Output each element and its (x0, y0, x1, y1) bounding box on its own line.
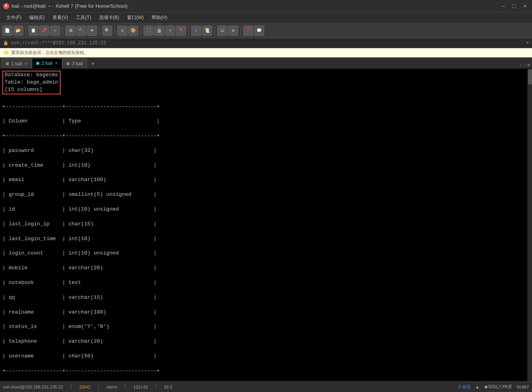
toolbar-back[interactable]: ↩ (50, 26, 60, 36)
toolbar-help[interactable]: ❓ (243, 26, 253, 36)
db-info-line2: Table: bage_admin (5, 79, 58, 86)
status-sessions: 3 会话 (459, 384, 471, 390)
tab-3-dot (66, 62, 70, 65)
table-row-9: | notebook | text | (2, 279, 526, 287)
toolbar-sep3 (99, 26, 100, 35)
toolbar-sep1 (26, 26, 26, 35)
status-sep4: | (154, 383, 158, 390)
status-path: ssh://root@192.168.231.135:22 (3, 385, 63, 389)
toolbar-fullscreen[interactable]: ⛶ (143, 26, 153, 36)
terminal[interactable]: Database: bagecms Table: bage_admin [15 … (0, 69, 532, 381)
table-row-2: | email | varchar(100) | (2, 176, 526, 184)
toolbar-sep2 (63, 26, 63, 35)
status-pos: 33,5 (164, 385, 172, 389)
tab-next-arrow[interactable]: › (523, 62, 526, 68)
toolbar-sftp[interactable]: 🗂 (217, 26, 227, 36)
tab-add-button[interactable]: + (89, 60, 97, 68)
table-row-13: | telephone | varchar(20) | (2, 338, 526, 345)
status-protocol: SSH2 (79, 385, 91, 389)
table-row-6: | last_login_time | int(10) | (2, 235, 526, 243)
app-icon: K (3, 3, 9, 9)
notice-text: 要添加当前会话，点击左侧的箭头按钮。 (11, 50, 88, 56)
toolbar-copy[interactable]: 📋 (28, 26, 38, 36)
scrollbar-thumb[interactable] (528, 69, 532, 85)
toolbar: 📄 📂 📋 📌 ↩ 🖥 🔌 ✖ 🔍 A 🎨 ⛶ 🔒 ⬆ 📍 ⚡ 📜 🗂 ⚙ ❓ … (0, 23, 532, 38)
toolbar-macro[interactable]: ⚡ (191, 26, 201, 36)
minimize-button[interactable]: — (499, 2, 507, 10)
tab-2[interactable]: 2 kali ✕ (32, 58, 62, 68)
menu-view[interactable]: 查看(V) (49, 14, 71, 22)
tab-3-label: 3 kali (72, 61, 83, 66)
terminal-scrollbar[interactable] (527, 69, 532, 381)
toolbar-connect[interactable]: 🔌 (76, 26, 86, 36)
menu-help[interactable]: 帮助(H) (148, 14, 171, 22)
toolbar-new[interactable]: 📄 (2, 26, 12, 36)
db-info-box: Database: bagecms Table: bage_admin [15 … (2, 71, 61, 94)
toolbar-sep6 (188, 26, 189, 35)
menu-tabs[interactable]: 选项卡(B) (96, 14, 122, 22)
table-row-12: | status_is | enum('Y','N') | (2, 323, 526, 331)
toolbar-font[interactable]: A (117, 26, 127, 36)
table-row-0: | password | char(32) | (2, 147, 526, 155)
status-extra: ▲ (475, 385, 480, 389)
toolbar-open[interactable]: 📂 (13, 26, 23, 36)
status-numlock: NUM7 (517, 385, 529, 389)
address-text: ssh://root:****@192.168.231.135:22 (11, 40, 106, 46)
tab-1-close[interactable]: ✕ (24, 61, 28, 66)
lock-icon: 🔒 (3, 40, 9, 45)
tab-3[interactable]: 3 kali (62, 58, 87, 68)
table-row-10: | qq | varchar(15) | (2, 294, 526, 301)
toolbar-options[interactable]: ⚙ (228, 26, 238, 36)
toolbar-sep4 (115, 26, 115, 35)
status-right: 3 会话 ▲ ◉SD比八PA里 NUM7 (459, 384, 529, 390)
tab-1-label: 1 kali (11, 61, 22, 66)
tab-2-close[interactable]: ✕ (55, 61, 58, 65)
toolbar-pin[interactable]: 📍 (176, 26, 186, 36)
table-col-header: | Column | Type | (2, 118, 526, 125)
tab-2-label: 2 kali (42, 61, 52, 66)
toolbar-transfer[interactable]: ⬆ (165, 26, 175, 36)
menu-window[interactable]: 窗口(W) (124, 14, 147, 22)
status-sep3: | (124, 383, 127, 390)
toolbar-session-mgr[interactable]: 🖥 (65, 26, 75, 36)
table-header-top: +------------------+--------------------… (2, 103, 526, 111)
toolbar-paste[interactable]: 📌 (39, 26, 49, 36)
table-row-3: | group_id | smallint(5) unsigned | (2, 191, 526, 199)
tab-bar: 1 kali ✕ 2 kali ✕ 3 kali + ‹ › ▼ (0, 57, 532, 69)
tab-menu-arrow[interactable]: ▼ (527, 62, 530, 68)
toolbar-chat[interactable]: 💬 (254, 26, 264, 36)
db-info-line1: Database: bagecms (5, 71, 58, 79)
tab-nav-arrows: ‹ › ▼ (519, 62, 530, 68)
toolbar-disconnect[interactable]: ✖ (87, 26, 97, 36)
window-title: kali - root@kali: ~ - Xshell 7 (Free for… (12, 3, 127, 9)
tab-prev-arrow[interactable]: ‹ (519, 62, 522, 68)
menu-bar: 文件(F) 编辑(E) 查看(V) 工具(T) 选项卡(B) 窗口(W) 帮助(… (0, 12, 532, 23)
status-extra2: ◉SD比八PA里 (484, 384, 512, 390)
menu-file[interactable]: 文件(F) (3, 14, 24, 22)
sql-table: +------------------+--------------------… (2, 96, 526, 381)
toolbar-search[interactable]: 🔍 (102, 26, 112, 36)
status-bar: ssh://root@192.168.231.135:22 | SSH2 | x… (0, 381, 532, 392)
table-row-5: | last_login_ip | char(15) | (2, 221, 526, 228)
status-sep1: | (69, 383, 73, 390)
table-row-7: | login_count | int(10) unsigned | (2, 250, 526, 257)
title-bar: K kali - root@kali: ~ - Xshell 7 (Free f… (0, 0, 532, 12)
toolbar-script[interactable]: 📜 (202, 26, 212, 36)
menu-edit[interactable]: 编辑(E) (26, 14, 48, 22)
tab-1[interactable]: 1 kali ✕ (2, 58, 32, 68)
toolbar-sep8 (241, 26, 241, 35)
toolbar-sep7 (215, 26, 215, 35)
address-bar: 🔒 ssh://root:****@192.168.231.135:22 ▼ (0, 38, 532, 48)
close-button[interactable]: ✕ (521, 2, 529, 10)
notice-icon: ⭐ (3, 50, 9, 56)
table-row-11: | realname | varchar(100) | (2, 309, 526, 316)
maximize-button[interactable]: □ (510, 2, 518, 10)
status-term: xterm (106, 385, 117, 389)
address-arrow[interactable]: ▼ (526, 40, 529, 46)
terminal-wrapper: Database: bagecms Table: bage_admin [15 … (0, 69, 532, 381)
toolbar-color[interactable]: 🎨 (128, 26, 138, 36)
menu-tools[interactable]: 工具(T) (73, 14, 94, 22)
tab-2-dot (36, 62, 39, 65)
status-size: 121×33 (133, 385, 148, 389)
toolbar-lock[interactable]: 🔒 (154, 26, 164, 36)
